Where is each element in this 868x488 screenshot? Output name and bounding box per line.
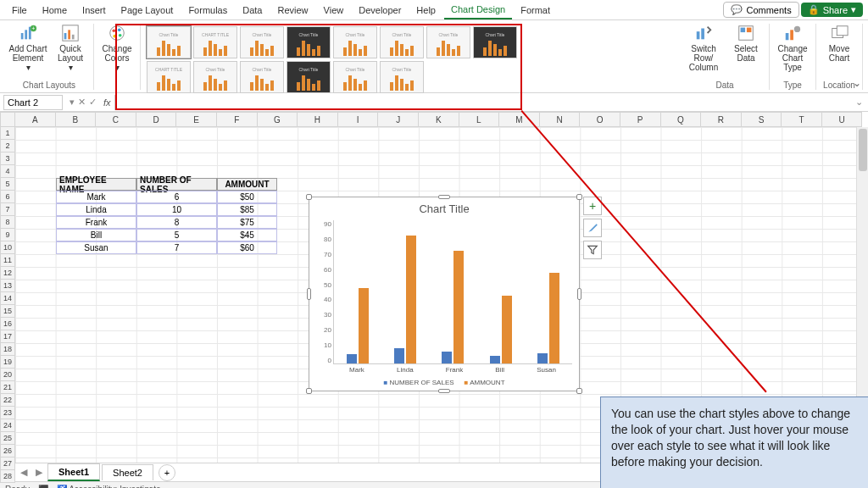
move-chart-button[interactable]: Move Chart (820, 24, 859, 63)
tab-file[interactable]: File (5, 2, 34, 19)
sheet-nav-prev-icon[interactable]: ◀ (17, 467, 31, 478)
column-header[interactable]: H (298, 112, 338, 127)
column-header[interactable]: E (176, 112, 217, 127)
chart-style-7[interactable]: Chart Title (426, 26, 470, 58)
row-header[interactable]: 14 (0, 292, 15, 305)
column-header[interactable]: G (258, 112, 298, 127)
column-header[interactable]: O (580, 112, 620, 127)
tab-format[interactable]: Format (514, 2, 557, 19)
row-header[interactable]: 10 (0, 241, 15, 254)
tab-home[interactable]: Home (36, 2, 74, 19)
row-header[interactable]: 19 (0, 356, 15, 369)
cells-area[interactable]: EMPLOYEE NAME NUMBER OF SALES AMMOUNT Ma… (15, 127, 868, 463)
row-header[interactable]: 1 (0, 127, 15, 140)
column-header[interactable]: S (742, 112, 782, 127)
chart-style-5[interactable]: Chart Title (333, 26, 377, 58)
chart-style-9[interactable]: CHART TITLE (147, 61, 191, 93)
tab-developer[interactable]: Developer (352, 2, 408, 19)
row-header[interactable]: 11 (0, 254, 15, 267)
row-header[interactable]: 2 (0, 140, 15, 152)
change-colors-button[interactable]: Change Colors ▾ (97, 24, 136, 72)
row-header[interactable]: 7 (0, 203, 15, 216)
row-header[interactable]: 25 (0, 432, 15, 445)
tab-insert[interactable]: Insert (75, 2, 113, 19)
add-chart-element-button[interactable]: + Add Chart Element ▾ (8, 24, 47, 72)
name-box[interactable]: Chart 2 (3, 95, 63, 110)
row-header[interactable]: 5 (0, 178, 15, 191)
formula-cancel-icon[interactable]: ✕ (78, 97, 86, 108)
tab-page-layout[interactable]: Page Layout (114, 2, 181, 19)
row-header[interactable]: 9 (0, 229, 15, 241)
row-header[interactable]: 27 (0, 458, 15, 470)
chart-style-4[interactable]: Chart Title (287, 26, 331, 58)
share-button[interactable]: 🔒Share▾ (801, 3, 863, 17)
row-header[interactable]: 12 (0, 267, 15, 280)
add-sheet-button[interactable]: + (159, 464, 175, 481)
sheet-nav-next-icon[interactable]: ▶ (32, 467, 46, 478)
row-header[interactable]: 28 (0, 470, 15, 483)
column-header[interactable]: C (96, 112, 136, 127)
column-header[interactable]: I (338, 112, 379, 127)
chart-style-6[interactable]: Chart Title (380, 26, 424, 58)
row-header[interactable]: 20 (0, 369, 15, 381)
sheet-tab-2[interactable]: Sheet2 (102, 464, 153, 480)
chart-style-1[interactable]: Chart Title (147, 26, 191, 58)
comments-button[interactable]: 💬Comments (723, 2, 798, 18)
chart-style-12[interactable]: Chart Title (287, 61, 331, 93)
column-header[interactable]: Q (661, 112, 702, 127)
row-header[interactable]: 17 (0, 330, 15, 343)
sheet-tab-1[interactable]: Sheet1 (47, 463, 100, 481)
tab-review[interactable]: Review (270, 2, 314, 19)
switch-row-column-button[interactable]: Switch Row/ Column (684, 24, 723, 72)
row-header[interactable]: 8 (0, 216, 15, 229)
row-header[interactable]: 23 (0, 407, 15, 419)
formula-bar-expand-icon[interactable]: ⌄ (850, 97, 868, 108)
row-header[interactable]: 3 (0, 152, 15, 165)
column-header[interactable]: A (15, 112, 56, 127)
macro-record-icon[interactable]: ⬛ (38, 485, 48, 488)
tab-view[interactable]: View (317, 2, 351, 19)
change-chart-type-button[interactable]: Change Chart Type (773, 24, 812, 72)
chart-styles-button[interactable] (583, 219, 602, 237)
column-header[interactable]: D (136, 112, 177, 127)
row-header[interactable]: 16 (0, 318, 15, 330)
row-header[interactable]: 21 (0, 381, 15, 394)
namebox-dropdown-icon[interactable]: ▾ (70, 97, 75, 108)
row-header[interactable]: 26 (0, 445, 15, 458)
column-header[interactable]: U (822, 112, 863, 127)
column-header[interactable]: J (378, 112, 419, 127)
chart-filters-button[interactable] (583, 241, 602, 259)
accessibility-status[interactable]: ♿ Accessibility: Investigate (57, 485, 161, 488)
tab-help[interactable]: Help (409, 2, 442, 19)
row-header[interactable]: 4 (0, 165, 15, 178)
column-header[interactable]: P (620, 112, 661, 127)
column-header[interactable]: M (499, 112, 540, 127)
chart-style-13[interactable]: Chart Title (333, 61, 377, 93)
row-header[interactable]: 15 (0, 305, 15, 318)
row-header[interactable]: 22 (0, 394, 15, 407)
chart-elements-button[interactable]: + (583, 197, 602, 215)
embedded-chart[interactable]: Chart Title 9080706050403020100 MarkLind… (309, 197, 580, 391)
tab-formulas[interactable]: Formulas (181, 2, 234, 19)
chart-style-3[interactable]: Chart Title (240, 26, 284, 58)
chart-style-2[interactable]: CHART TITLE (193, 26, 237, 58)
column-header[interactable]: K (419, 112, 459, 127)
row-header[interactable]: 6 (0, 191, 15, 203)
column-header[interactable]: R (701, 112, 742, 127)
chart-title[interactable]: Chart Title (309, 197, 579, 220)
select-data-button[interactable]: Select Data (726, 24, 765, 72)
formula-bar[interactable] (114, 95, 850, 110)
column-header[interactable]: N (540, 112, 581, 127)
chart-style-14[interactable]: Chart Title (380, 61, 424, 93)
chart-style-11[interactable]: Chart Title (240, 61, 284, 93)
column-header[interactable]: L (459, 112, 500, 127)
formula-confirm-icon[interactable]: ✓ (89, 97, 97, 108)
quick-layout-button[interactable]: Quick Layout ▾ (51, 24, 90, 72)
tab-chart-design[interactable]: Chart Design (444, 1, 512, 19)
ribbon-collapse-icon[interactable]: ⌄ (853, 77, 861, 89)
column-header[interactable]: B (56, 112, 97, 127)
fx-icon[interactable]: fx (100, 97, 114, 108)
column-header[interactable]: F (217, 112, 258, 127)
row-header[interactable]: 24 (0, 419, 15, 432)
tab-data[interactable]: Data (236, 2, 269, 19)
